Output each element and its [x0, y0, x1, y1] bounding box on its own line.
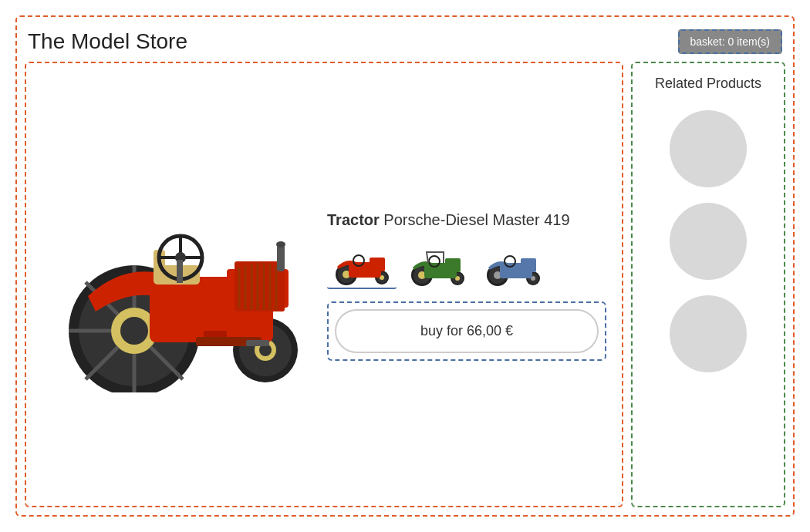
thumbnail-3-image [481, 244, 546, 287]
related-product-2[interactable] [670, 203, 747, 280]
svg-rect-32 [177, 260, 183, 283]
svg-rect-33 [277, 244, 285, 271]
product-name: Tractor Porsche-Diesel Master 419 [327, 209, 606, 231]
thumbnail-1[interactable] [327, 243, 397, 289]
related-product-3[interactable] [670, 295, 747, 372]
buy-section: buy for 66,00 € [327, 301, 606, 361]
svg-point-3 [120, 317, 148, 345]
product-details: Tractor Porsche-Diesel Master 419 [312, 201, 614, 369]
thumbnail-3[interactable] [478, 243, 548, 289]
basket-button[interactable]: basket: 0 item(s) [678, 29, 782, 54]
tractor-main-image [42, 177, 304, 392]
store-title: The Model Store [28, 29, 187, 54]
related-section: Related Products [631, 62, 785, 507]
main-content: Tractor Porsche-Diesel Master 419 [25, 62, 785, 507]
thumbnail-row [327, 243, 606, 289]
thumbnail-1-image [329, 244, 395, 286]
svg-rect-37 [246, 340, 269, 346]
buy-button[interactable]: buy for 66,00 € [335, 309, 599, 353]
thumbnail-2[interactable] [403, 243, 472, 289]
svg-rect-45 [370, 258, 385, 271]
product-name-bold: Tractor [327, 211, 380, 228]
related-title: Related Products [655, 76, 761, 92]
svg-point-34 [276, 241, 285, 247]
product-section: Tractor Porsche-Diesel Master 419 [25, 62, 623, 507]
svg-rect-54 [445, 258, 461, 272]
svg-rect-63 [521, 258, 536, 272]
related-product-1[interactable] [670, 110, 747, 187]
product-image [34, 161, 312, 408]
header: The Model Store basket: 0 item(s) [25, 25, 785, 62]
product-name-rest: Porsche-Diesel Master 419 [380, 211, 570, 228]
thumbnail-2-image [405, 244, 471, 287]
page-wrapper: The Model Store basket: 0 item(s) [15, 15, 795, 517]
